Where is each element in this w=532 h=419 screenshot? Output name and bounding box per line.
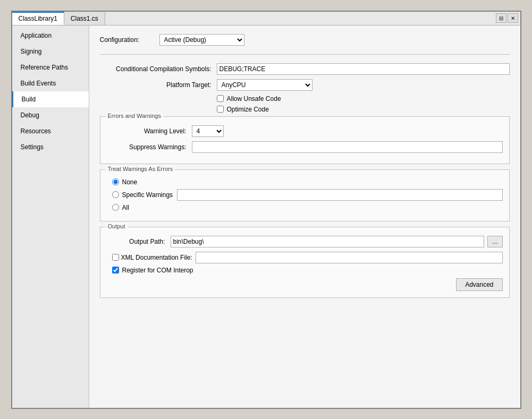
main-content: Configuration: Active (Debug) Debug Rele… [89, 25, 520, 408]
tab-classlibrary1-label: ClassLibrary1 [19, 15, 57, 22]
sidebar-item-signing[interactable]: Signing [12, 44, 89, 59]
specific-warnings-label: Specific Warnings [122, 191, 173, 199]
none-radio[interactable] [112, 178, 119, 185]
advanced-row: Advanced [107, 278, 503, 291]
suppress-warnings-label: Suppress Warnings: [107, 143, 192, 151]
output-inner: Output Path: ... XML Documentation File:… [107, 236, 503, 291]
tab-class1cs[interactable]: Class1.cs [64, 12, 105, 25]
conditional-compilation-input[interactable] [217, 63, 510, 75]
output-path-row: Output Path: ... [107, 236, 503, 247]
conditional-compilation-label: Conditional Compilation Symbols: [100, 65, 217, 73]
specific-warnings-radio-row: Specific Warnings [112, 189, 503, 201]
tab-class1cs-label: Class1.cs [71, 15, 98, 22]
sidebar-item-settings[interactable]: Settings [12, 139, 89, 155]
configuration-row: Configuration: Active (Debug) Debug Rele… [100, 34, 510, 46]
xml-doc-row: XML Documentation File: [112, 252, 503, 263]
treat-warnings-inner: None Specific Warnings All [107, 178, 503, 211]
output-title: Output [106, 223, 128, 229]
output-section: Output Output Path: ... XML Documentatio… [100, 227, 510, 298]
optimize-code-checkbox[interactable] [217, 106, 224, 113]
xml-doc-input[interactable] [196, 252, 503, 263]
allow-unsafe-code-row: Allow Unsafe Code [217, 95, 510, 102]
allow-unsafe-code-label: Allow Unsafe Code [227, 95, 281, 102]
register-com-checkbox[interactable] [112, 267, 119, 273]
warning-level-row: Warning Level: 4 0 1 2 3 [107, 125, 503, 137]
errors-warnings-section: Errors and Warnings Warning Level: 4 0 1… [100, 116, 510, 164]
sidebar-item-application[interactable]: Application [12, 28, 89, 44]
platform-target-row: Platform Target: AnyCPU x86 x64 [100, 79, 510, 91]
platform-target-select[interactable]: AnyCPU x86 x64 [217, 79, 313, 91]
sidebar-item-reference-paths[interactable]: Reference Paths [12, 59, 89, 75]
all-radio-row: All [112, 204, 503, 211]
treat-warnings-title: Treat Warnings As Errors [106, 166, 175, 172]
window-body: Application Signing Reference Paths Buil… [12, 25, 520, 408]
conditional-compilation-row: Conditional Compilation Symbols: [100, 63, 510, 75]
treat-warnings-section: Treat Warnings As Errors None Specific W… [100, 169, 510, 221]
close-button[interactable]: ✕ [508, 13, 518, 23]
xml-doc-label: XML Documentation File: [121, 254, 192, 261]
advanced-button[interactable]: Advanced [456, 278, 502, 291]
sidebar-item-resources[interactable]: Resources [12, 123, 89, 139]
none-radio-row: None [112, 178, 503, 186]
allow-unsafe-code-checkbox[interactable] [217, 95, 224, 102]
all-radio[interactable] [112, 204, 119, 211]
sidebar-item-debug[interactable]: Debug [12, 107, 89, 123]
title-bar-controls: ⊟ ✕ [496, 12, 520, 25]
output-path-input[interactable] [171, 236, 485, 247]
none-label: None [122, 178, 138, 186]
suppress-warnings-input[interactable] [192, 141, 503, 153]
configuration-select[interactable]: Active (Debug) Debug Release All Configu… [159, 34, 244, 46]
warning-level-select[interactable]: 4 0 1 2 3 [192, 125, 224, 137]
main-window: ClassLibrary1 Class1.cs ⊟ ✕ Application … [11, 11, 521, 409]
config-divider [100, 54, 510, 55]
suppress-warnings-row: Suppress Warnings: [107, 141, 503, 153]
warning-level-label: Warning Level: [107, 127, 192, 135]
specific-warnings-radio[interactable] [112, 191, 119, 198]
pin-button[interactable]: ⊟ [496, 13, 506, 23]
xml-doc-checkbox[interactable] [112, 254, 119, 261]
errors-warnings-inner: Warning Level: 4 0 1 2 3 Suppress Warnin… [107, 125, 503, 153]
browse-button[interactable]: ... [487, 236, 502, 247]
configuration-label: Configuration: [100, 36, 153, 44]
sidebar: Application Signing Reference Paths Buil… [12, 25, 89, 408]
optimize-code-label: Optimize Code [227, 106, 269, 113]
output-path-label: Output Path: [107, 238, 171, 245]
register-com-row: Register for COM Interop [112, 267, 503, 274]
all-label: All [122, 204, 129, 211]
title-bar: ClassLibrary1 Class1.cs ⊟ ✕ [12, 12, 520, 25]
sidebar-item-build-events[interactable]: Build Events [12, 75, 89, 91]
tab-classlibrary1[interactable]: ClassLibrary1 [12, 12, 64, 25]
sidebar-item-build[interactable]: Build [12, 91, 89, 107]
optimize-code-row: Optimize Code [217, 106, 510, 113]
register-com-label: Register for COM Interop [122, 267, 193, 274]
specific-warnings-input[interactable] [177, 189, 502, 201]
errors-warnings-title: Errors and Warnings [106, 113, 163, 119]
platform-target-label: Platform Target: [100, 81, 217, 89]
